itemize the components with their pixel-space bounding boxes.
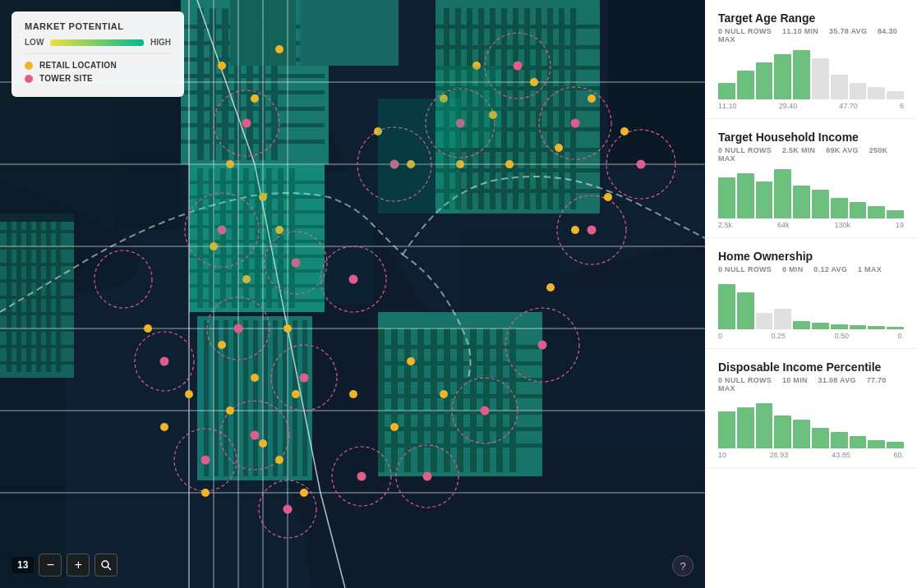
- svg-rect-90: [300, 0, 399, 66]
- svg-rect-102: [0, 296, 74, 299]
- svg-point-188: [242, 119, 251, 128]
- svg-rect-101: [0, 279, 74, 283]
- svg-point-198: [588, 226, 597, 235]
- bar: [850, 325, 867, 329]
- legend-gradient: [50, 39, 144, 46]
- bar: [718, 83, 735, 99]
- bar: [718, 284, 735, 329]
- svg-rect-4: [222, 8, 228, 160]
- legend-high-label: HIGH: [150, 38, 171, 47]
- bar: [756, 181, 773, 218]
- svg-rect-65: [378, 427, 542, 431]
- svg-point-190: [234, 324, 243, 333]
- bar: [718, 411, 735, 448]
- chart-household-income: Target Household Income 0 NULL ROWS 2.5K…: [705, 119, 917, 238]
- svg-rect-56: [470, 328, 477, 472]
- chart-disposable-histogram: [718, 399, 904, 448]
- svg-rect-57: [483, 328, 490, 472]
- bar: [850, 83, 867, 99]
- legend-low-label: LOW: [25, 38, 44, 47]
- svg-point-161: [226, 407, 234, 415]
- chart-income-histogram: [718, 169, 904, 218]
- svg-point-202: [357, 472, 366, 481]
- svg-point-165: [300, 489, 308, 497]
- svg-point-181: [604, 193, 612, 201]
- svg-rect-99: [0, 246, 74, 250]
- bar: [850, 436, 867, 448]
- bar: [774, 169, 791, 218]
- map-legend: MARKET POTENTIAL LOW HIGH RETAIL LOCATIO…: [12, 11, 184, 97]
- bar: [812, 428, 829, 448]
- svg-rect-50: [391, 328, 398, 472]
- svg-rect-12: [181, 74, 325, 78]
- svg-rect-81: [435, 45, 600, 49]
- chart-ownership-title: Home Ownership: [718, 250, 904, 263]
- svg-rect-59: [509, 328, 516, 472]
- bar: [868, 326, 885, 329]
- svg-point-196: [514, 62, 523, 71]
- svg-rect-42: [253, 320, 258, 476]
- bar: [774, 416, 791, 448]
- chart-income-axis: 2.5k 64k 130k 19: [718, 221, 904, 229]
- svg-point-201: [423, 472, 432, 481]
- search-icon: [100, 559, 112, 571]
- retail-dot: [25, 62, 33, 70]
- bar: [887, 91, 904, 99]
- svg-point-152: [275, 45, 283, 53]
- sidebar: Target Age Range 0 NULL ROWS 11.10 MIN 3…: [705, 0, 917, 588]
- svg-line-212: [108, 567, 111, 570]
- svg-point-158: [218, 341, 226, 349]
- help-button[interactable]: ?: [672, 555, 694, 577]
- svg-rect-38: [214, 320, 219, 476]
- svg-rect-3: [210, 8, 216, 160]
- bar: [756, 313, 773, 329]
- svg-point-191: [251, 431, 260, 440]
- svg-point-205: [160, 357, 169, 366]
- svg-point-211: [102, 561, 108, 567]
- svg-point-163: [292, 390, 300, 398]
- svg-point-199: [538, 341, 547, 350]
- bar: [868, 206, 885, 218]
- svg-rect-2: [197, 8, 204, 160]
- svg-point-180: [620, 127, 629, 136]
- svg-rect-105: [0, 345, 74, 348]
- legend-item-tower: TOWER SITE: [25, 74, 171, 83]
- bar: [793, 186, 810, 218]
- svg-point-182: [571, 226, 579, 234]
- chart-ownership-histogram: [718, 280, 904, 329]
- svg-point-192: [300, 374, 309, 383]
- svg-rect-58: [496, 328, 503, 472]
- svg-rect-40: [233, 320, 238, 476]
- chart-ownership-meta: 0 NULL ROWS 0 MIN 0.12 AVG 1 MAX: [718, 265, 904, 273]
- svg-rect-63: [378, 394, 542, 398]
- chart-home-ownership: Home Ownership 0 NULL ROWS 0 MIN 0.12 AV…: [705, 238, 917, 349]
- bar: [831, 75, 848, 99]
- svg-rect-100: [0, 263, 74, 266]
- zoom-out-button[interactable]: −: [39, 554, 62, 577]
- chart-age-range: Target Age Range 0 NULL ROWS 11.10 MIN 3…: [705, 0, 917, 119]
- bar: [868, 87, 885, 99]
- svg-point-178: [555, 144, 563, 152]
- svg-point-207: [637, 160, 646, 169]
- svg-rect-80: [435, 25, 600, 29]
- svg-rect-62: [378, 378, 542, 382]
- svg-rect-54: [444, 328, 450, 472]
- svg-point-197: [571, 119, 580, 128]
- chart-disposable-axis: 10 26.93 43.85 60.: [718, 451, 904, 459]
- bar: [737, 407, 754, 448]
- search-map-button[interactable]: [94, 554, 118, 577]
- legend-title: MARKET POTENTIAL: [25, 21, 171, 31]
- svg-point-179: [588, 94, 596, 103]
- map-container[interactable]: MARKET POTENTIAL LOW HIGH RETAIL LOCATIO…: [0, 0, 705, 588]
- svg-rect-49: [378, 328, 385, 472]
- chart-disposable-income: Disposable Income Percentile 0 NULL ROWS…: [705, 349, 917, 468]
- zoom-in-button[interactable]: +: [67, 554, 90, 577]
- svg-rect-52: [417, 328, 424, 472]
- svg-point-168: [160, 423, 168, 431]
- svg-rect-98: [0, 230, 74, 233]
- legend-retail-label: RETAIL LOCATION: [39, 61, 117, 70]
- svg-point-164: [275, 456, 283, 464]
- bar: [831, 324, 848, 329]
- bar: [812, 323, 829, 329]
- chart-age-title: Target Age Range: [718, 11, 904, 25]
